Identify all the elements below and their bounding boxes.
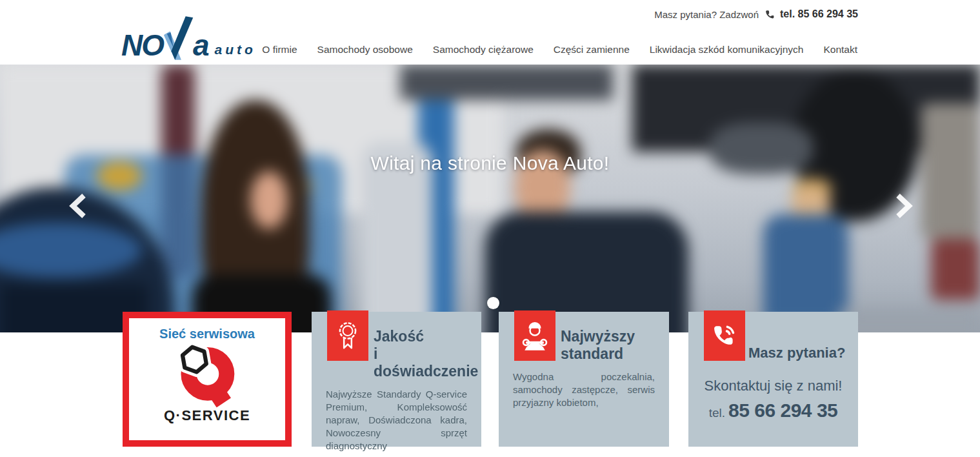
award-ribbon-icon — [335, 319, 361, 352]
q-service-logo-icon — [169, 344, 245, 407]
nav-item-czesci-zamienne[interactable]: Części zamienne — [554, 44, 630, 56]
tel-number: 85 66 294 35 — [728, 400, 837, 421]
contact-phone[interactable]: tel.85 66 294 35 — [688, 400, 858, 421]
logo[interactable]: NO a auto — [121, 15, 256, 60]
standard-icon-box — [514, 310, 555, 361]
nav-item-samochody-ciezarowe[interactable]: Samochody ciężarowe — [433, 44, 534, 56]
card-contact: Masz pytania? Skontaktuj się z nami! tel… — [688, 312, 858, 447]
logo-text-a: a — [193, 30, 208, 60]
quality-icon-box — [327, 310, 368, 361]
quality-body: Najwyższe Standardy Q-service Premium, K… — [326, 388, 467, 452]
nav-item-o-firmie[interactable]: O firmie — [262, 44, 297, 56]
nav-item-samochody-osobowe[interactable]: Samochody osobowe — [317, 44, 413, 56]
contact-question-text: Masz pytania? Zadzwoń — [654, 9, 759, 20]
phone-call-icon — [711, 322, 738, 349]
main-nav: O firmie Samochody osobowe Samochody cię… — [262, 44, 857, 56]
quality-title: Jakość i doświadczenie — [374, 312, 481, 380]
carousel-dot[interactable] — [487, 297, 499, 309]
standard-body: Wygodna poczekalnia, samochody zastępcze… — [513, 371, 655, 409]
card-standard: Najwyższy standard Wygodna poczekalnia, … — [499, 312, 669, 447]
nav-item-likwidacja-szkod[interactable]: Likwidacja szkód komunikacyjnych — [650, 44, 804, 56]
tel-label: tel. — [709, 406, 725, 420]
carousel-next-button[interactable] — [890, 192, 917, 221]
mechanic-icon — [521, 318, 548, 353]
carousel-prev-button[interactable] — [65, 192, 92, 221]
hero-title: Witaj na stronie Nova Auto! — [0, 152, 980, 174]
q-service-logo-text: Q·SERVICE — [129, 407, 285, 424]
site-header: NO a auto Masz pytania? Zadzwoń tel. 85 … — [0, 0, 980, 65]
logo-suffix: auto — [215, 42, 256, 57]
card-quality: Jakość i doświadczenie Najwyższe Standar… — [312, 312, 481, 447]
logo-text-no: NO — [121, 30, 163, 60]
contact-title: Masz pytania? — [748, 312, 858, 361]
contact-icon-box — [704, 310, 745, 361]
phone-icon — [765, 10, 774, 19]
header-phone-number[interactable]: tel. 85 66 294 35 — [780, 8, 858, 20]
header-contact-line: Masz pytania? Zadzwoń tel. 85 66 294 35 — [654, 8, 858, 20]
chevron-left-icon — [67, 192, 89, 219]
standard-title: Najwyższy standard — [561, 312, 669, 363]
hero-photo — [0, 65, 980, 332]
nova-auto-homepage: NO a auto Masz pytania? Zadzwoń tel. 85 … — [0, 0, 980, 457]
card-service-network[interactable]: Sieć serwisowa Q·SERVICE — [123, 312, 292, 447]
chevron-right-icon — [893, 192, 915, 219]
contact-line: Skontaktuj się z nami! — [688, 378, 858, 394]
nav-item-kontakt[interactable]: Kontakt — [823, 44, 857, 56]
hero-carousel: Witaj na stronie Nova Auto! — [0, 65, 980, 332]
service-network-title: Sieć serwisowa — [129, 327, 285, 341]
